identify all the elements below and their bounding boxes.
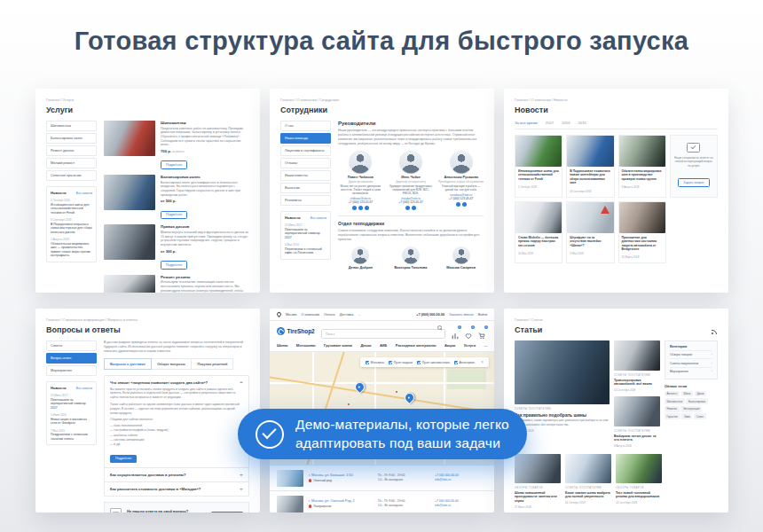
details-button[interactable]: Подробнее bbox=[110, 455, 137, 462]
news-card[interactable]: Снова Michelin — большая премия лидеру б… bbox=[515, 201, 562, 264]
employee-phone[interactable]: +7 (000) 123-45-67 bbox=[389, 200, 434, 204]
question-text[interactable]: Что значит «лицензия позволяет создать д… bbox=[110, 380, 208, 385]
store-email-link[interactable]: info@site.ru bbox=[435, 504, 459, 508]
sidebar-item-reviews[interactable]: Отзывы bbox=[280, 158, 331, 168]
employee-phone[interactable]: +7 (000) 123-45-67 bbox=[338, 200, 383, 204]
search-input[interactable] bbox=[321, 329, 445, 339]
article-title[interactable]: Тест новой топливной резины для внедорож… bbox=[616, 491, 662, 499]
accordion-question[interactable]: Что значит «лицензия позволяет создать д… bbox=[110, 380, 243, 385]
facebook-icon[interactable] bbox=[405, 206, 410, 210]
shop-logo[interactable]: TireShop2 bbox=[277, 327, 315, 335]
category-link[interactable]: Мероприятия› bbox=[670, 367, 712, 375]
news-widget-item[interactable]: 4 Мая 2016 Переезжаем в столичный офис н… bbox=[285, 243, 326, 255]
news-widget-item[interactable]: 6 Сентября 2018 В Переделкино открылась … bbox=[51, 218, 92, 234]
nav-services[interactable]: Услуги bbox=[464, 343, 476, 348]
question-text[interactable]: Как рассчитать стоимость доставки в «Маг… bbox=[110, 487, 201, 491]
question-text[interactable]: Как осуществляется доставка в регионы? bbox=[110, 473, 186, 477]
article-card[interactable]: Советы покупателям Какие зимние шины выб… bbox=[565, 454, 611, 509]
details-button[interactable]: Подробнее bbox=[161, 211, 187, 220]
article-title[interactable]: Выбираем литые диски: за что платить bbox=[614, 434, 660, 442]
nav-wheels[interactable]: Диски bbox=[360, 343, 371, 348]
nav-batteries[interactable]: АКБ bbox=[380, 343, 387, 348]
tab-2015[interactable]: 2015 bbox=[578, 121, 586, 125]
featured-article[interactable]: Советы покупателям Как правильно подобра… bbox=[515, 340, 610, 448]
sidebar-item-about[interactable]: О нас bbox=[280, 121, 331, 131]
facebook-icon[interactable] bbox=[352, 206, 357, 210]
news-link[interactable]: Обязательная маркировка шин — правительс… bbox=[51, 242, 92, 258]
article-category[interactable]: Обзоры товаров bbox=[616, 486, 662, 489]
news-link[interactable]: В Переделкино открылась новая мастерская… bbox=[51, 223, 92, 235]
filter-auto-service[interactable]: Автосервис bbox=[454, 361, 476, 364]
tab-all-time[interactable]: За все время bbox=[515, 121, 538, 125]
city-selector[interactable]: Москва bbox=[286, 313, 297, 317]
all-news-link[interactable]: Все новости bbox=[76, 192, 92, 195]
news-link[interactable]: Поздравляем с отличным началом сезона bbox=[51, 433, 92, 441]
employee-phone[interactable]: +7 (000) 123-45-67 bbox=[438, 197, 484, 200]
tag[interactable]: Эксплуатация bbox=[680, 406, 702, 412]
news-card[interactable]: Штрафуют ли за отсутствие наклейки «Шипы… bbox=[566, 201, 614, 264]
article-card[interactable]: Обзоры товаров Тест новой топливной рези… bbox=[616, 454, 662, 509]
all-news-link[interactable]: Все новости bbox=[311, 216, 326, 220]
topbar-link-more[interactable]: ... bbox=[358, 313, 360, 317]
tag[interactable]: Зима bbox=[681, 413, 692, 419]
details-button[interactable]: Подробнее bbox=[161, 160, 187, 169]
news-title[interactable]: Снова Michelin — большая премия лидеру б… bbox=[518, 236, 559, 247]
news-title[interactable]: Обязательная маркировка шин в производст… bbox=[622, 169, 663, 181]
breadcrumb[interactable]: Главная / О компании / Сотрудники bbox=[280, 98, 484, 102]
login-link[interactable]: Войти bbox=[478, 313, 487, 317]
news-title[interactable]: Штрафуют ли за отсутствие наклейки «Шипы… bbox=[570, 236, 610, 247]
article-card[interactable]: Обзоры товаров Шины повышенной проходимо… bbox=[515, 454, 561, 509]
tab-general-questions[interactable]: Общие вопросы bbox=[151, 358, 192, 370]
ask-question-button[interactable]: Задать вопрос bbox=[678, 178, 710, 187]
news-link[interactable]: Инновационные шины для сельскохозяйствен… bbox=[51, 203, 92, 215]
sidebar-item-melkiy-remont[interactable]: Мелкий ремонт bbox=[46, 158, 97, 168]
tag[interactable]: Шины bbox=[681, 391, 693, 397]
filter-tire-service[interactable]: Пункт шиномонтажа bbox=[417, 361, 450, 364]
sidebar-item-clients[interactable]: Наши клиенты bbox=[280, 170, 331, 181]
news-link[interactable]: Новая акция в магазинах сети от Goodyear bbox=[51, 418, 92, 426]
accordion-item-closed[interactable]: Как осуществляется доставка в регионы? bbox=[105, 467, 248, 481]
news-widget-item[interactable]: 2 Октября 2018 Инновационные шины для се… bbox=[51, 199, 92, 215]
topbar-link-delivery[interactable]: Доставка bbox=[340, 313, 354, 317]
sidebar-item-balansirovka[interactable]: Балансировка колес bbox=[46, 133, 97, 144]
details-button[interactable]: Подробнее bbox=[161, 261, 187, 270]
tag[interactable]: Автотест bbox=[665, 391, 680, 397]
nav-promos[interactable]: Акции bbox=[444, 343, 455, 348]
nav-tires[interactable]: Шины bbox=[277, 343, 287, 348]
favorites-heart-icon[interactable]: 0 bbox=[465, 327, 472, 334]
news-card[interactable]: Приложение для диагностики состояния защ… bbox=[618, 201, 666, 264]
service-title[interactable]: Ремонт резины bbox=[161, 275, 249, 279]
nav-more[interactable]: ... bbox=[484, 343, 487, 348]
tag[interactable]: Сезон bbox=[694, 413, 705, 419]
breadcrumb[interactable]: Главная / Справочная информация / Вопрос… bbox=[46, 317, 249, 322]
tag[interactable]: Диски bbox=[695, 391, 706, 397]
tag[interactable]: Шиномонтаж bbox=[665, 398, 685, 404]
topbar-link-about[interactable]: О компании bbox=[302, 313, 319, 317]
tag[interactable]: Гарантия bbox=[665, 413, 680, 419]
instagram-icon[interactable] bbox=[365, 206, 369, 210]
service-title[interactable]: Шиномонтаж bbox=[161, 121, 249, 125]
accordion-item-closed[interactable]: Как рассчитать стоимость доставки в «Маг… bbox=[105, 481, 248, 496]
news-title[interactable]: Инновационные шины для сельскохозяйствен… bbox=[518, 169, 559, 181]
news-card[interactable]: Инновационные шины для сельскохозяйствен… bbox=[515, 135, 562, 198]
compare-icon[interactable]: 0 bbox=[452, 327, 459, 334]
article-title[interactable]: Шины повышенной проходимости: монтаж или… bbox=[515, 491, 561, 504]
shop-phone[interactable]: +7 (000) 000-00-00 bbox=[416, 313, 444, 317]
twitter-icon[interactable] bbox=[462, 202, 467, 207]
sidebar-item-tips[interactable]: Советы bbox=[46, 340, 97, 351]
nav-moto-tires[interactable]: Мотошины bbox=[296, 343, 316, 348]
sidebar-item-team-active[interactable]: Наша команда bbox=[280, 133, 331, 144]
news-widget-item[interactable]: 5 Июня 2016 Новая акция в магазинах сети… bbox=[51, 413, 92, 426]
breadcrumb[interactable]: Главная / О компании / Новости bbox=[515, 98, 718, 102]
article-category[interactable]: Советы покупателям bbox=[614, 429, 660, 433]
news-widget-item[interactable]: 22 Июня 2017 Приглашаем на корпоративный… bbox=[285, 223, 326, 239]
sidebar-item-shinomontazh[interactable]: Шиномонтаж bbox=[46, 121, 97, 131]
callback-link[interactable]: Заказать звонок bbox=[449, 313, 474, 317]
facebook-icon[interactable] bbox=[456, 202, 460, 207]
tag[interactable]: Балансировка bbox=[686, 398, 707, 404]
service-title[interactable]: Правка дисков bbox=[161, 224, 249, 229]
topbar-link-payment[interactable]: Оплата bbox=[324, 313, 335, 317]
news-title[interactable]: Приложение для диагностики состояния защ… bbox=[622, 236, 663, 252]
article-card[interactable]: Советы покупателям Транспортировка автом… bbox=[614, 340, 660, 392]
news-card[interactable]: Обязательная маркировка шин в производст… bbox=[618, 135, 666, 198]
